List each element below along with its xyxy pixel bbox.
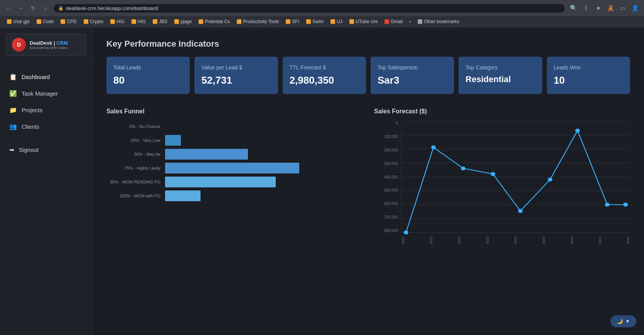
- sidebar-item-label: Dashboard: [22, 74, 50, 80]
- bookmark-jbs[interactable]: JBS: [150, 18, 170, 25]
- y-label: 500,000: [374, 188, 401, 192]
- kpi-value: 52,731: [201, 74, 271, 86]
- sidebar-signout[interactable]: ➡ Signout: [0, 141, 92, 158]
- sidebar-item-projects[interactable]: 📁 Projects: [0, 102, 92, 118]
- bookmark-icon: [110, 19, 115, 24]
- sales-funnel-title: Sales Funnel: [106, 108, 362, 115]
- funnel-chart: 0% - No Chance 20% - Very Low 50% - May …: [106, 121, 362, 201]
- window-button[interactable]: ▭: [618, 3, 628, 13]
- bookmark-sfi[interactable]: SFI: [283, 18, 302, 25]
- data-point: [518, 209, 523, 213]
- bookmark-cpd[interactable]: CPD: [57, 18, 79, 25]
- y-label: 100,000: [374, 135, 401, 139]
- bookmark-button[interactable]: ★: [593, 3, 603, 13]
- funnel-bar-container: [165, 121, 362, 132]
- bookmark-other[interactable]: Other bookmarks: [415, 18, 462, 25]
- bookmark-uj[interactable]: UJ: [327, 18, 346, 25]
- sidebar-item-label: Projects: [22, 107, 42, 113]
- search-button[interactable]: 🔍: [568, 3, 578, 13]
- bookmark-hig2[interactable]: HIG: [128, 18, 149, 25]
- kpi-grid: Total Leads 80 Value per Lead $ 52,731 T…: [106, 57, 630, 94]
- funnel-row-90pct: 90% - WON PENDING PO: [106, 177, 362, 187]
- bookmark-crypto[interactable]: Crypto: [81, 18, 106, 25]
- bookmark-label: Other bookmarks: [424, 19, 459, 24]
- bookmark-hig1[interactable]: HiG: [107, 18, 128, 25]
- sidebar: D DealDesk | CRM Empowering SME Sales 📋 …: [0, 27, 93, 335]
- funnel-bar-container: [165, 177, 362, 187]
- bookmarks-more[interactable]: »: [406, 18, 414, 25]
- bookmark-icon: [418, 19, 422, 24]
- bookmark-icon: [174, 19, 179, 24]
- dark-mode-toggle[interactable]: 🌙 ▼: [610, 315, 636, 327]
- bookmark-pjage[interactable]: pjage: [171, 18, 195, 25]
- browser-actions: 🔍 ⇪ ★ 🧸 ▭ 👤: [568, 3, 640, 13]
- share-button[interactable]: ⇪: [581, 3, 591, 13]
- kpi-value: 2,980,350: [290, 74, 359, 86]
- bookmark-icon: [199, 19, 203, 24]
- signout-label: Signout: [19, 146, 39, 153]
- dashboard-icon: 📋: [9, 73, 17, 81]
- bookmark-swim[interactable]: Swim: [303, 18, 327, 25]
- funnel-label: 90% - WON PENDING PO: [106, 180, 160, 184]
- x-label: 2023: [542, 235, 546, 244]
- funnel-bar: [165, 177, 276, 187]
- x-label: 2023: [486, 235, 489, 244]
- bookmark-label: chat gpt: [13, 19, 30, 24]
- bookmark-label: CPD: [67, 19, 76, 24]
- x-label: 2023: [457, 235, 461, 244]
- y-label: 700,000: [374, 215, 401, 219]
- data-point: [575, 129, 580, 133]
- y-label: 200,000: [374, 148, 401, 152]
- address-bar[interactable]: 🔒 dealdesk-crm.herokuapp.com/dashboard/: [53, 3, 565, 13]
- dark-mode-arrow: ▼: [625, 318, 630, 324]
- bookmark-gmail[interactable]: Gmail: [381, 18, 406, 25]
- sidebar-logo: D DealDesk | CRM Empowering SME Sales: [0, 27, 92, 62]
- logo-text: DealDesk | CRM Empowering SME Sales: [30, 40, 68, 50]
- bookmark-utube[interactable]: UTube Uni: [346, 18, 381, 25]
- bookmark-icon: [84, 19, 88, 24]
- bookmarks-bar: chat gpt Code CPD Crypto HiG HIG JBS pj: [0, 16, 644, 27]
- y-label: 300,000: [374, 162, 401, 166]
- back-button[interactable]: ←: [4, 3, 13, 13]
- logo-box: D DealDesk | CRM Empowering SME Sales: [6, 34, 86, 56]
- sales-forecast-section: Sales Forecast ($) 800,000 700,000 600,0…: [374, 108, 630, 244]
- sidebar-item-task-manager[interactable]: ✅ Task Manager: [0, 85, 92, 102]
- bookmark-label: HIG: [138, 19, 146, 24]
- bookmark-icon: [153, 19, 157, 24]
- bookmark-label: SFI: [292, 19, 299, 24]
- signout-icon: ➡: [9, 146, 14, 153]
- bookmark-productivity[interactable]: Productivity Tools: [234, 18, 282, 25]
- kpi-value: Sar3: [378, 74, 447, 86]
- bookmark-code[interactable]: Code: [34, 18, 57, 25]
- bookmark-icon: [7, 19, 12, 24]
- funnel-label: 100% - WON with PO: [106, 194, 160, 198]
- funnel-bar: [165, 135, 181, 146]
- address-text: dealdesk-crm.herokuapp.com/dashboard/: [66, 5, 158, 11]
- y-label: 400,000: [374, 175, 401, 179]
- funnel-label: 20% - Very Low: [106, 138, 160, 143]
- bookmark-chat-gpt[interactable]: chat gpt: [4, 18, 33, 25]
- x-label: 2023: [570, 235, 574, 244]
- funnel-bar-container: [165, 149, 362, 160]
- logo-title: DealDesk | CRM: [30, 40, 68, 46]
- profile-button[interactable]: 👤: [630, 3, 640, 13]
- funnel-label: 0% - No Chance: [106, 124, 160, 129]
- dark-mode-icon: 🌙: [617, 318, 623, 324]
- funnel-bar: [165, 190, 201, 201]
- sidebar-item-dashboard[interactable]: 📋 Dashboard: [0, 69, 92, 85]
- sidebar-item-clients[interactable]: 👥 Clients: [0, 118, 92, 135]
- forward-button[interactable]: →: [16, 3, 25, 13]
- bookmark-potential-cx[interactable]: Potential Cx: [196, 18, 233, 25]
- bookmark-label: Crypto: [90, 19, 103, 24]
- funnel-bar-container: [165, 190, 362, 201]
- bookmark-label: Swim: [312, 19, 324, 24]
- sales-forecast-title: Sales Forecast ($): [374, 108, 630, 115]
- refresh-button[interactable]: ↻: [29, 3, 38, 13]
- extensions-button[interactable]: 🧸: [605, 3, 615, 13]
- kpi-label: Top Salesperson: [378, 64, 447, 71]
- bookmark-label: pjage: [180, 19, 192, 24]
- task-manager-icon: ✅: [9, 90, 17, 97]
- home-button[interactable]: ⌂: [41, 3, 50, 13]
- data-point: [431, 145, 436, 149]
- data-point: [491, 172, 495, 176]
